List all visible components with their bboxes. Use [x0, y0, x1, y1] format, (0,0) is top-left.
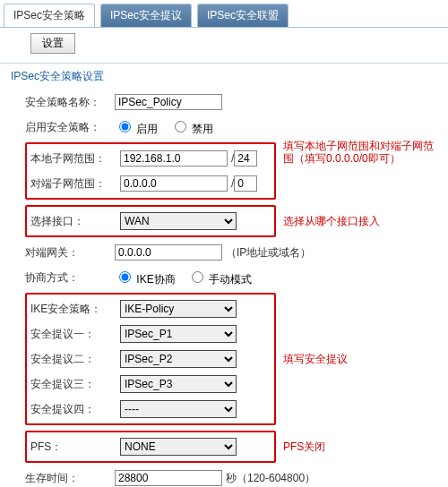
remote-net-ip-input[interactable]: [120, 175, 228, 192]
local-net-cidr-input[interactable]: [234, 150, 257, 167]
p4-label: 安全提议四：: [30, 402, 120, 417]
policy-name-label: 安全策略名称：: [25, 95, 115, 110]
nego-radio-manual[interactable]: 手动模式: [187, 273, 252, 286]
pfs-group-box: PFS： NONE: [25, 431, 276, 463]
tab-ipsec-sa[interactable]: IPSec安全联盟: [197, 4, 289, 27]
enable-radio-off-input[interactable]: [175, 121, 186, 132]
remote-net-label: 对端子网范围：: [30, 176, 120, 192]
ike-policy-select[interactable]: IKE-Policy: [120, 300, 237, 318]
enable-radio-on[interactable]: 启用: [115, 123, 158, 135]
lifetime-input[interactable]: [115, 470, 222, 486]
enable-radio-group: 启用 禁用: [115, 118, 222, 137]
enable-radio-off[interactable]: 禁用: [170, 123, 213, 135]
annotation-proposal: 填写安全提议: [283, 353, 348, 365]
form-area: 安全策略名称： 启用安全策略： 启用 禁用 本地子网范围： / 对端子网范围： …: [0, 90, 448, 487]
tab-ipsec-policy[interactable]: IPSec安全策略: [4, 4, 95, 27]
local-net-ip-input[interactable]: [120, 150, 228, 167]
enable-radio-off-text: 禁用: [192, 123, 213, 135]
peer-gw-hint: （IP地址或域名）: [226, 245, 311, 261]
p3-label: 安全提议三：: [30, 377, 120, 392]
p1-label: 安全提议一：: [30, 327, 120, 342]
annotation-subnet: 填写本地子网范围和对端子网范围（填写0.0.0.0/0即可）: [283, 140, 439, 166]
peer-gw-input[interactable]: [115, 244, 222, 261]
annotation-iface: 选择从哪个接口接入: [283, 215, 380, 227]
pfs-label: PFS：: [30, 440, 120, 455]
proposal-group-box: IKE安全策略： IKE-Policy 安全提议一： IPSec_P1 安全提议…: [25, 293, 276, 425]
enable-radio-on-text: 启用: [136, 123, 158, 135]
iface-label: 选择接口：: [30, 214, 120, 229]
p2-select[interactable]: IPSec_P2: [120, 350, 237, 368]
p2-label: 安全提议二：: [30, 352, 120, 367]
nego-radio-ike-text: IKE协商: [136, 273, 175, 286]
lifetime-label: 生存时间：: [25, 471, 115, 486]
iface-group-box: 选择接口： WAN: [25, 205, 276, 237]
enable-label: 启用安全策略：: [25, 120, 115, 135]
nego-radio-manual-input[interactable]: [192, 271, 203, 283]
p3-select[interactable]: IPSec_P3: [120, 375, 237, 393]
p4-select[interactable]: ----: [120, 400, 237, 418]
ike-policy-label: IKE安全策略：: [30, 302, 120, 317]
tab-bar: IPSec安全策略 IPSec安全提议 IPSec安全联盟: [0, 0, 448, 28]
p1-select[interactable]: IPSec_P1: [120, 325, 237, 343]
remote-net-cidr-input[interactable]: [234, 175, 257, 192]
policy-name-input[interactable]: [115, 94, 222, 110]
enable-radio-on-input[interactable]: [119, 121, 131, 132]
settings-button[interactable]: 设置: [30, 33, 75, 54]
nego-radio-manual-text: 手动模式: [209, 273, 252, 286]
nego-radio-ike-input[interactable]: [119, 271, 131, 283]
tab-ipsec-proposal[interactable]: IPSec安全提议: [100, 4, 192, 27]
subnet-group-box: 本地子网范围： / 对端子网范围： /: [25, 142, 276, 200]
nego-label: 协商方式：: [25, 270, 115, 286]
annotation-pfs: PFS关闭: [283, 440, 325, 453]
nego-radio-ike[interactable]: IKE协商: [115, 273, 176, 286]
panel-title: IPSec安全策略设置: [0, 67, 448, 90]
peer-gw-label: 对端网关：: [25, 245, 115, 261]
sub-toolbar: 设置: [0, 28, 448, 59]
local-net-label: 本地子网范围：: [30, 151, 120, 167]
pfs-select[interactable]: NONE: [120, 438, 237, 456]
nego-radio-group: IKE协商 手动模式: [115, 269, 261, 287]
iface-select[interactable]: WAN: [120, 212, 237, 230]
lifetime-suffix: 秒（120-604800）: [226, 471, 315, 486]
